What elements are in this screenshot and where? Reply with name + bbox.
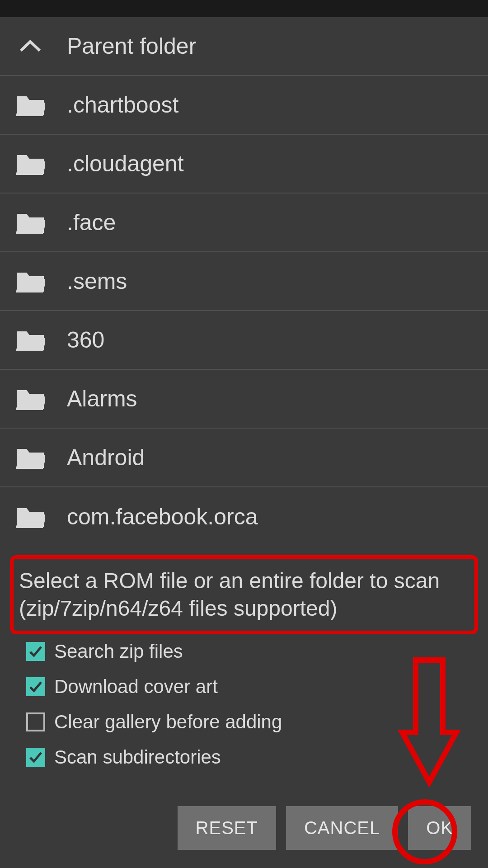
folder-icon	[13, 329, 48, 351]
folder-icon	[13, 270, 48, 292]
option-label: Scan subdirectories	[54, 746, 221, 768]
folder-icon	[13, 505, 48, 528]
folder-item-face[interactable]: .face	[0, 193, 488, 252]
option-label: Clear gallery before adding	[54, 711, 282, 733]
checkbox-icon	[26, 748, 45, 767]
file-list: Parent folder .chartboost .cloudagent .f…	[0, 17, 488, 546]
folder-item-alarms[interactable]: Alarms	[0, 370, 488, 429]
button-row: RESET CANCEL OK	[178, 806, 471, 850]
folder-label: Android	[67, 444, 145, 471]
option-label: Search zip files	[54, 641, 183, 662]
folder-item-sems[interactable]: .sems	[0, 252, 488, 311]
parent-folder-label: Parent folder	[67, 33, 196, 59]
folder-item-chartboost[interactable]: .chartboost	[0, 76, 488, 135]
checkbox-icon	[26, 712, 45, 731]
folder-icon	[13, 387, 48, 410]
checkbox-icon	[26, 677, 45, 696]
folder-item-360[interactable]: 360	[0, 311, 488, 370]
options: Search zip files Download cover art Clea…	[26, 641, 488, 768]
folder-icon	[13, 152, 48, 175]
folder-label: Alarms	[67, 386, 137, 412]
folder-item-com-facebook-orca[interactable]: com.facebook.orca	[0, 487, 488, 546]
option-clear-gallery[interactable]: Clear gallery before adding	[26, 711, 488, 733]
folder-label: .chartboost	[67, 92, 178, 118]
option-scan-subdirs[interactable]: Scan subdirectories	[26, 746, 488, 768]
cancel-button[interactable]: CANCEL	[286, 806, 398, 850]
folder-icon	[13, 94, 48, 116]
folder-label: .face	[67, 209, 116, 236]
option-search-zip[interactable]: Search zip files	[26, 641, 488, 662]
option-download-cover-art[interactable]: Download cover art	[26, 676, 488, 698]
folder-label: com.facebook.orca	[67, 504, 258, 530]
folder-icon	[13, 446, 48, 469]
folder-item-cloudagent[interactable]: .cloudagent	[0, 135, 488, 193]
folder-label: .cloudagent	[67, 151, 184, 177]
option-label: Download cover art	[54, 676, 218, 698]
checkbox-icon	[26, 642, 45, 661]
status-bar	[0, 0, 488, 17]
folder-icon	[13, 211, 48, 234]
folder-label: 360	[67, 327, 104, 353]
folder-label: .sems	[67, 268, 127, 294]
reset-button[interactable]: RESET	[178, 806, 276, 850]
hint-text: Select a ROM file or an entire folder to…	[10, 555, 478, 634]
ok-button[interactable]: OK	[408, 806, 471, 850]
folder-item-android[interactable]: Android	[0, 429, 488, 487]
chevron-up-icon	[13, 40, 48, 52]
parent-folder-item[interactable]: Parent folder	[0, 17, 488, 76]
